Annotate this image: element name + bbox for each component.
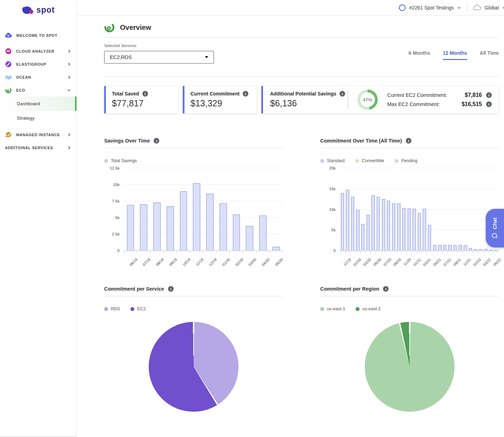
sidebar-item-ocean[interactable]: OCEAN: [0, 71, 76, 84]
info-icon[interactable]: [383, 286, 389, 292]
bar[interactable]: [438, 245, 441, 251]
info-icon[interactable]: [142, 91, 148, 97]
bar[interactable]: [489, 250, 492, 251]
info-icon[interactable]: [154, 138, 159, 144]
bar[interactable]: [408, 208, 411, 251]
region-selector[interactable]: Global: [473, 5, 504, 11]
bar[interactable]: [392, 203, 395, 251]
legend-item[interactable]: Convertible: [355, 158, 384, 163]
bar-chart[interactable]: 02.5k5k7.5k10k12.5k06/1907/1908/1909/191…: [104, 168, 283, 269]
sidebar-item-elastigroup[interactable]: ELASTIGROUP: [0, 58, 76, 71]
topbar: #2261 Spot Testings Global: [77, 0, 504, 15]
cloud-analyzer-icon: [5, 48, 12, 54]
bar[interactable]: [233, 214, 240, 251]
y-axis-tick-label: 5k: [320, 228, 336, 232]
bar[interactable]: [140, 204, 147, 251]
legend-item[interactable]: us-east-2: [356, 306, 381, 311]
region-name: Global: [485, 5, 499, 11]
bar[interactable]: [479, 249, 482, 251]
pie-chart[interactable]: [365, 322, 455, 412]
spot-logo[interactable]: spot: [0, 0, 76, 19]
bar[interactable]: [367, 215, 370, 251]
bar[interactable]: [433, 245, 436, 251]
sidebar-item-welcome[interactable]: hi WELCOME TO SPOT: [0, 29, 76, 42]
sidebar-item-cloud-analyzer[interactable]: CLOUD ANALYZER: [0, 45, 76, 58]
bar[interactable]: [418, 213, 421, 251]
bar[interactable]: [346, 190, 349, 251]
bar[interactable]: [377, 197, 380, 251]
info-icon[interactable]: [243, 91, 248, 97]
legend-item[interactable]: us-east-1: [320, 306, 345, 311]
bar[interactable]: [484, 249, 488, 251]
x-axis-tick-label: 02/20: [234, 257, 244, 267]
commitment-per-service-chart: Commitment per Service RDSEC2: [104, 286, 283, 412]
bar[interactable]: [464, 245, 467, 251]
bar[interactable]: [382, 199, 385, 251]
bar[interactable]: [361, 224, 364, 251]
legend-dot: [395, 159, 398, 163]
current-commitment-label: Current Commitment: [190, 91, 240, 97]
sidebar-subitem-strategy[interactable]: Strategy: [0, 111, 76, 125]
sidebar-item-label: OCEAN: [16, 75, 67, 79]
info-icon[interactable]: [486, 101, 492, 107]
bar-chart[interactable]: 05k10k15k20k11/1901/2003/2005/2007/2009/…: [320, 168, 499, 269]
legend-item[interactable]: EC2: [130, 306, 146, 311]
sidebar-item-label: WELCOME TO SPOT: [16, 33, 71, 38]
bar[interactable]: [246, 226, 253, 251]
bar[interactable]: [127, 205, 134, 251]
info-icon[interactable]: [406, 138, 411, 144]
bar[interactable]: [412, 209, 416, 251]
x-axis-tick-label: 04/20: [261, 257, 270, 267]
bar[interactable]: [428, 225, 431, 251]
bar[interactable]: [443, 245, 446, 251]
sidebar-item-label: ELASTIGROUP: [16, 62, 67, 66]
account-selector[interactable]: #2261 Spot Testings: [398, 4, 461, 12]
bar[interactable]: [206, 194, 214, 251]
bar[interactable]: [167, 206, 174, 251]
cloud-icon: [473, 5, 482, 11]
bar[interactable]: [397, 204, 400, 251]
sidebar-item-additional-services[interactable]: ADDITIONAL SERVICES: [0, 141, 76, 154]
bar[interactable]: [341, 193, 344, 251]
info-icon[interactable]: [168, 286, 174, 292]
bar[interactable]: [474, 249, 477, 251]
bar[interactable]: [153, 203, 161, 251]
legend-item[interactable]: Pending: [395, 158, 417, 163]
bar[interactable]: [351, 197, 354, 251]
bar[interactable]: [193, 183, 200, 251]
bar[interactable]: [371, 196, 375, 251]
tab-6-months[interactable]: 6 Months: [409, 50, 430, 60]
bar[interactable]: [259, 216, 267, 251]
legend-item[interactable]: Standard: [320, 158, 345, 163]
bar[interactable]: [453, 245, 457, 251]
bar[interactable]: [448, 245, 451, 251]
tab-all-time[interactable]: All Time: [480, 50, 499, 60]
pie-chart[interactable]: [149, 322, 238, 412]
y-axis-tick-label: 20k: [320, 166, 336, 170]
legend-item[interactable]: Total Savings: [104, 158, 137, 163]
total-saved-card: Total Saved $77,817: [104, 86, 178, 113]
selected-services-dropdown[interactable]: EC2,RDS: [104, 51, 214, 64]
sidebar-subitem-dashboard[interactable]: Dashboard: [0, 97, 76, 111]
info-icon[interactable]: [340, 91, 345, 97]
legend-item[interactable]: RDS: [104, 306, 120, 311]
tab-12-months[interactable]: 12 Months: [443, 50, 467, 60]
account-badge-icon: [398, 4, 406, 12]
bar[interactable]: [459, 245, 462, 251]
sidebar-item-managed-instance[interactable]: MANAGED INSTANCE: [0, 128, 76, 141]
bar[interactable]: [387, 201, 390, 251]
y-axis-tick-label: 0: [320, 249, 336, 253]
sidebar-item-eco[interactable]: ECO: [0, 84, 76, 97]
info-icon[interactable]: [486, 92, 492, 98]
bar[interactable]: [423, 209, 426, 251]
page-header: Overview: [104, 22, 499, 38]
bar[interactable]: [402, 208, 405, 251]
bar[interactable]: [273, 247, 280, 251]
bar[interactable]: [220, 203, 227, 251]
bar[interactable]: [356, 210, 359, 251]
bar[interactable]: [469, 248, 472, 251]
chat-button[interactable]: Chat: [486, 209, 504, 247]
ec2-utilization-percent: 47%: [363, 97, 372, 102]
bar[interactable]: [180, 191, 187, 251]
bar[interactable]: [495, 250, 498, 251]
